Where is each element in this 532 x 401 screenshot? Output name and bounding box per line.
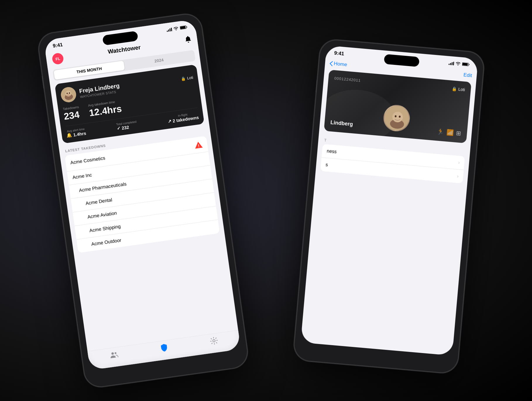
takedown-name-0: Acme Cosmetics <box>70 155 105 166</box>
svg-point-12 <box>213 339 215 342</box>
battery-icon-left <box>180 25 188 30</box>
id-card-loti-badge: 🔒 Loti <box>452 86 465 92</box>
status-icons-left <box>167 25 188 32</box>
phone-right: 9:41 <box>293 39 485 374</box>
status-time-left: 9:41 <box>52 42 63 49</box>
takedown-name-6: Acme Outdoor <box>91 238 122 247</box>
list-item-text-0: ness <box>327 148 337 155</box>
battery-icon-right <box>462 62 470 67</box>
nav-edit[interactable]: Edit <box>463 72 472 79</box>
signal-bars-left <box>167 28 172 32</box>
id-card-avatar <box>382 104 411 132</box>
svg-point-10 <box>111 352 114 355</box>
wifi-icon-right <box>456 61 461 66</box>
takedowns-list: Acme Cosmetics ! Acme Inc Acme Pharmaceu… <box>65 136 220 253</box>
status-time-right: 9:41 <box>334 50 344 57</box>
nav-back[interactable]: Home <box>330 61 347 68</box>
takedowns-value: 234 <box>63 109 80 122</box>
tab-bar-gear-icon[interactable] <box>210 336 219 347</box>
signal-bars-right <box>449 61 454 65</box>
takedown-name-4: Acme Aviation <box>87 210 117 220</box>
user-avatar-pill[interactable]: FL <box>52 52 64 65</box>
warning-icon: ! <box>194 141 203 149</box>
lock-icon: 🔒 <box>181 76 186 81</box>
phones-container: 9:41 FL <box>61 11 471 390</box>
status-icons-right <box>449 61 470 67</box>
stat-total-completed: Total completed ✓ 232 <box>116 120 137 131</box>
stat-avg-alert: Avg alert time 🔔 1.4hrs <box>66 127 87 138</box>
phone-left-screen: 9:41 FL <box>44 19 241 370</box>
takedown-name-3: Acme Dental <box>85 197 112 206</box>
tab-bar-shield-icon[interactable] <box>160 343 169 354</box>
phone-left: 9:41 FL <box>37 13 249 388</box>
id-card-scan-icon: ⊞ <box>456 129 461 137</box>
stat-inflight: In-flight ↗ 2 takedowns <box>167 111 199 124</box>
user-info: Freja Lindberg WATCHTOWER STATS <box>60 80 121 103</box>
tab-bar-people-icon[interactable] <box>109 351 119 361</box>
takedown-name-1: Acme Inc <box>72 172 92 180</box>
loti-badge: 🔒 Loti <box>181 75 193 81</box>
id-card-wave-icon: 📶 <box>446 129 454 136</box>
id-card-name: Lindberg <box>330 120 353 128</box>
id-card-run-icon: 🏃 <box>437 128 445 135</box>
wifi-icon-left <box>173 26 179 32</box>
id-card-action-icons: 🏃 📶 ⊞ <box>437 128 461 137</box>
tab-bar-left <box>87 330 241 370</box>
chevron-icon-1: › <box>457 174 459 179</box>
chevron-icon-0: › <box>458 160 460 165</box>
id-card: 00012242011 🔒 Loti Lindb <box>324 70 471 143</box>
stat-avg-time: Avg takedown time 12.4hrs <box>88 99 122 118</box>
bell-icon[interactable] <box>184 36 192 45</box>
svg-rect-14 <box>462 63 468 66</box>
svg-point-11 <box>114 352 116 354</box>
user-avatar <box>60 86 77 103</box>
takedown-name-2: Acme Pharmaceuticals <box>79 181 127 193</box>
app-title: Watchtower <box>107 44 141 55</box>
list-item-text-1: s <box>325 162 328 168</box>
phone-right-screen: 9:41 <box>301 45 478 355</box>
id-card-lock-icon: 🔒 <box>452 86 457 91</box>
stat-takedowns: Takedowns 234 <box>63 105 81 122</box>
takedown-name-5: Acme Shipping <box>89 224 121 234</box>
user-name-block: Freja Lindberg WATCHTOWER STATS <box>79 82 121 98</box>
